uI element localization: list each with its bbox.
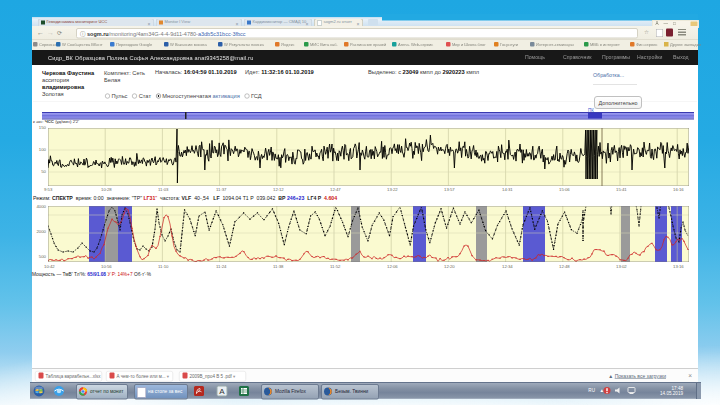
svg-text:A: A [219, 387, 225, 396]
